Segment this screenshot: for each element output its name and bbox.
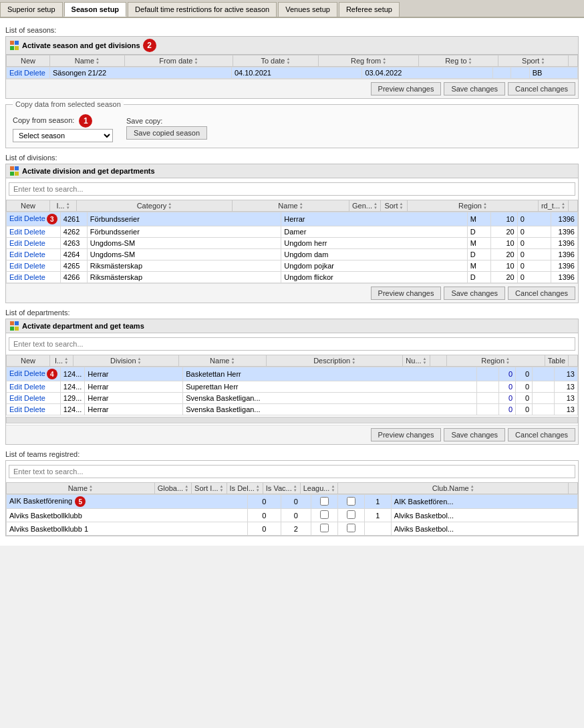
dept-action[interactable]: Edit Delete: [7, 381, 61, 393]
team-isvac[interactable]: [337, 495, 364, 509]
dept-col-division[interactable]: Division: [74, 355, 179, 367]
div-action[interactable]: Edit Delete: [7, 249, 61, 260]
teams-col-isvac[interactable]: Is Vac...: [263, 483, 300, 494]
dept-col-description[interactable]: Description: [266, 355, 402, 367]
team-isvac[interactable]: [337, 522, 364, 536]
div-rdt: 1396: [551, 238, 578, 249]
dept-action[interactable]: Edit Delete4: [7, 367, 61, 381]
dept-action[interactable]: Edit Delete: [7, 404, 61, 415]
divisions-preview-btn[interactable]: Preview changes: [371, 287, 442, 300]
dept-division: Herrar: [85, 381, 183, 393]
departments-row[interactable]: Edit Delete4 124... Herrar Basketettan H…: [7, 367, 578, 381]
teams-scroll-area[interactable]: AIK Basketförening5 0 0 1 AIK Basketföre…: [6, 494, 578, 536]
seasons-col-to[interactable]: To date: [233, 55, 318, 67]
dept-col-region[interactable]: Region: [446, 355, 545, 367]
div-action[interactable]: Edit Delete: [7, 272, 61, 283]
teams-col-league[interactable]: Leagu...: [300, 483, 338, 494]
copy-from-label: Copy from season: 1: [13, 114, 113, 128]
teams-col-isdel[interactable]: Is Del...: [227, 483, 263, 494]
divisions-row[interactable]: Edit Delete 4263 Ungdoms-SM Ungdom herr …: [7, 238, 578, 249]
horizontal-scrollbar[interactable]: [6, 417, 578, 423]
departments-search-input[interactable]: [9, 337, 575, 351]
divisions-search-input[interactable]: [9, 182, 575, 196]
team-name: Alviks Basketbollklubb: [7, 509, 248, 522]
dept-col-name[interactable]: Name: [178, 355, 266, 367]
divisions-save-btn[interactable]: Save changes: [444, 287, 505, 300]
teams-col-global[interactable]: Globa...: [154, 483, 191, 494]
dept-col-nu1[interactable]: Nu...: [403, 355, 430, 367]
tab-default-time[interactable]: Default time restrictions for active sea…: [128, 2, 277, 17]
div-col-rdt[interactable]: rd_t...: [538, 200, 568, 212]
div-action[interactable]: Edit Delete: [7, 226, 61, 238]
team-clubname: Alviks Basketbol...: [391, 522, 577, 536]
seasons-col-name[interactable]: Name: [50, 55, 125, 67]
copy-from-select[interactable]: Select season: [13, 129, 113, 142]
seasons-row[interactable]: Edit Delete Säsongen 21/22 04.10.2021 03…: [7, 67, 578, 79]
seasons-col-regfrom[interactable]: Reg from: [318, 55, 418, 67]
tab-venues-setup[interactable]: Venues setup: [278, 2, 337, 17]
dept-action[interactable]: Edit Delete: [7, 393, 61, 404]
teams-row[interactable]: Alviks Basketbollklubb 1 0 2 Alviks Bask…: [7, 522, 578, 536]
departments-row[interactable]: Edit Delete 124... Herrar Svenska Basket…: [7, 404, 578, 415]
isvac-checkbox[interactable]: [347, 510, 355, 519]
isdel-checkbox[interactable]: [320, 510, 329, 519]
div-action[interactable]: Edit Delete: [7, 238, 61, 249]
seasons-col-from[interactable]: From date: [124, 55, 233, 67]
isvac-checkbox[interactable]: [347, 524, 355, 532]
isdel-checkbox[interactable]: [320, 524, 329, 532]
divisions-row[interactable]: Edit Delete3 4261 Förbundsserier Herrar …: [7, 212, 578, 226]
tab-superior-setup[interactable]: Superior setup: [0, 2, 63, 17]
teams-col-sort[interactable]: Sort I...: [192, 483, 227, 494]
save-copied-season-btn[interactable]: Save copied season: [126, 126, 207, 140]
team-isvac[interactable]: [337, 509, 364, 522]
departments-activate-btn[interactable]: Activate department and get teams: [22, 322, 144, 330]
tab-referee-setup[interactable]: Referee setup: [339, 2, 400, 17]
seasons-activate-btn[interactable]: Activate season and get divisions: [22, 41, 140, 49]
div-action[interactable]: Edit Delete3: [7, 212, 61, 226]
season-action[interactable]: Edit Delete: [7, 67, 50, 79]
div-col-sort[interactable]: Sort: [380, 200, 407, 212]
div-col-id[interactable]: I...: [50, 200, 77, 212]
dept-description: [477, 404, 499, 415]
div-col-name[interactable]: Name: [232, 200, 349, 212]
seasons-save-btn[interactable]: Save changes: [444, 82, 505, 96]
divisions-data-table: Edit Delete3 4261 Förbundsserier Herrar …: [6, 212, 578, 283]
tab-season-setup[interactable]: Season setup: [64, 2, 127, 17]
isdel-checkbox[interactable]: [320, 497, 329, 506]
teams-col-name[interactable]: Name: [7, 483, 155, 494]
divisions-scroll-area[interactable]: Edit Delete3 4261 Förbundsserier Herrar …: [6, 212, 578, 283]
seasons-grid-icon: [10, 41, 19, 50]
departments-row[interactable]: Edit Delete 124... Herrar Superettan Her…: [7, 381, 578, 393]
div-col-gen[interactable]: Gen...: [349, 200, 381, 212]
seasons-col-sport[interactable]: Sport: [498, 55, 569, 67]
team-isdel[interactable]: [311, 522, 337, 536]
dept-col-id[interactable]: I...: [50, 355, 74, 367]
departments-cancel-btn[interactable]: Cancel changes: [508, 428, 575, 441]
divisions-activate-btn[interactable]: Activate division and get departments: [22, 167, 155, 175]
teams-row[interactable]: Alviks Basketbollklubb 0 0 1 Alviks Bask…: [7, 509, 578, 522]
departments-preview-btn[interactable]: Preview changes: [371, 428, 442, 441]
team-isdel[interactable]: [311, 495, 337, 509]
departments-scroll-area[interactable]: Edit Delete4 124... Herrar Basketettan H…: [6, 367, 578, 415]
divisions-row[interactable]: Edit Delete 4264 Ungdoms-SM Ungdom dam D…: [7, 249, 578, 260]
departments-row[interactable]: Edit Delete 129... Herrar Svenska Basket…: [7, 393, 578, 404]
dept-col-table[interactable]: Table: [545, 355, 568, 367]
divisions-cancel-btn[interactable]: Cancel changes: [508, 287, 575, 300]
seasons-scroll-area[interactable]: Edit Delete Säsongen 21/22 04.10.2021 03…: [6, 67, 578, 79]
seasons-preview-btn[interactable]: Preview changes: [371, 82, 442, 96]
teams-row[interactable]: AIK Basketförening5 0 0 1 AIK Basketföre…: [7, 495, 578, 509]
team-clubname: AIK Basketfören...: [391, 495, 577, 509]
div-col-category[interactable]: Category: [77, 200, 233, 212]
team-isdel[interactable]: [311, 509, 337, 522]
seasons-cancel-btn[interactable]: Cancel changes: [508, 82, 575, 96]
divisions-row[interactable]: Edit Delete 4265 Riksmästerskap Ungdom p…: [7, 260, 578, 272]
div-col-region[interactable]: Region: [407, 200, 538, 212]
divisions-row[interactable]: Edit Delete 4262 Förbundsserier Damer D …: [7, 226, 578, 238]
teams-col-clubname[interactable]: Club.Name: [338, 483, 569, 494]
departments-save-btn[interactable]: Save changes: [444, 428, 505, 441]
seasons-col-regto[interactable]: Reg to: [419, 55, 498, 67]
div-action[interactable]: Edit Delete: [7, 260, 61, 272]
teams-search-input[interactable]: [9, 465, 575, 478]
divisions-row[interactable]: Edit Delete 4266 Riksmästerskap Ungdom f…: [7, 272, 578, 283]
isvac-checkbox[interactable]: [347, 497, 355, 506]
